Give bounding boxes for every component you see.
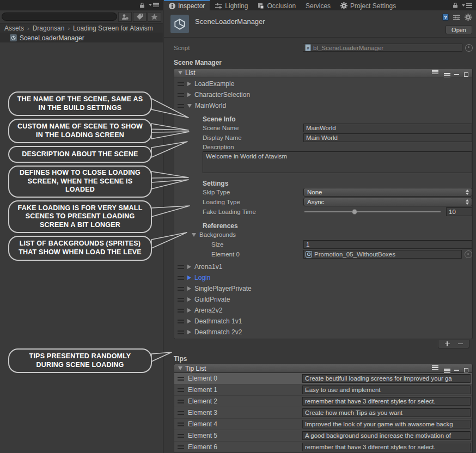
foldout-collapsed-icon[interactable] xyxy=(187,297,191,302)
tip-text-input[interactable]: Create how much Tips as you want xyxy=(302,408,471,417)
drag-handle-icon[interactable] xyxy=(178,445,184,449)
drag-handle-icon[interactable] xyxy=(178,423,184,426)
foldout-collapsed-icon[interactable] xyxy=(187,319,191,323)
object-picker-icon[interactable] xyxy=(465,44,473,52)
fake-loading-slider[interactable] xyxy=(303,207,442,216)
foldout-collapsed-icon[interactable] xyxy=(187,286,191,291)
drag-handle-icon[interactable] xyxy=(178,320,184,323)
list-maximize-icon[interactable] xyxy=(464,72,468,77)
drag-handle-icon[interactable] xyxy=(178,400,184,403)
tip-row-6[interactable]: Element 6 remember that have 3 diferent … xyxy=(174,442,472,452)
foldout-collapsed-icon[interactable] xyxy=(187,330,191,334)
scene-item-guildprivate[interactable]: GuildPrivate xyxy=(174,294,472,305)
scene-item-singleplayerprivate[interactable]: SinglePlayerPrivate xyxy=(174,283,472,294)
scene-item-arena1v1[interactable]: Arena1v1 xyxy=(174,261,472,272)
scene-item-login[interactable]: Login xyxy=(174,272,472,283)
backgrounds-foldout-row[interactable]: Backgrounds xyxy=(192,230,472,240)
skip-type-dropdown[interactable]: None xyxy=(303,188,472,197)
foldout-collapsed-icon[interactable] xyxy=(187,276,191,280)
foldout-expanded-icon[interactable] xyxy=(178,366,182,370)
object-picker-icon[interactable] xyxy=(465,250,472,258)
list-minimize-icon[interactable] xyxy=(454,74,459,75)
remove-element-button[interactable] xyxy=(458,344,463,345)
drag-handle-icon[interactable] xyxy=(178,298,184,302)
size-input[interactable]: 1 xyxy=(303,240,472,249)
tab-lighting[interactable]: Lighting xyxy=(210,0,253,10)
drag-handle-icon[interactable] xyxy=(178,309,184,313)
gear-menu-icon[interactable] xyxy=(465,14,472,21)
tab-project-settings[interactable]: Project Settings xyxy=(335,0,401,10)
script-object-field[interactable]: # bl_SceneLoaderManager xyxy=(303,44,462,52)
list-menu-icon[interactable] xyxy=(432,70,438,74)
scene-item-mainworld[interactable]: MainWorld xyxy=(174,100,472,111)
drag-handle-icon[interactable] xyxy=(178,276,184,280)
drag-handle-icon[interactable] xyxy=(178,265,184,269)
breadcrumb-assets[interactable]: Assets xyxy=(4,25,24,32)
list-menu2-icon[interactable] xyxy=(444,369,450,373)
tip-row-5[interactable]: Element 5 A good background sound increa… xyxy=(174,430,472,442)
panel-menu-icon[interactable] xyxy=(462,3,472,8)
search-input[interactable] xyxy=(2,13,117,21)
drag-handle-icon[interactable] xyxy=(178,388,184,392)
favorites-button[interactable] xyxy=(148,12,161,22)
drag-handle-icon[interactable] xyxy=(178,287,184,291)
element0-object-field[interactable]: Promotion_05_WithoutBoxes xyxy=(303,250,462,259)
foldout-collapsed-icon[interactable] xyxy=(187,265,191,269)
foldout-expanded-icon[interactable] xyxy=(187,104,192,108)
foldout-collapsed-icon[interactable] xyxy=(187,308,191,313)
tip-row-3[interactable]: Element 3 Create how much Tips as you wa… xyxy=(174,407,472,419)
foldout-collapsed-icon[interactable] xyxy=(187,82,191,86)
foldout-collapsed-icon[interactable] xyxy=(187,93,191,97)
list-maximize-icon[interactable] xyxy=(464,368,468,372)
help-book-icon[interactable]: ? xyxy=(442,14,449,21)
tip-list-header[interactable]: Tip List xyxy=(174,364,473,373)
list-menu2-icon[interactable] xyxy=(444,73,450,77)
tip-row-0[interactable]: Element 0 Create beutifull loading scree… xyxy=(174,373,472,384)
loading-type-dropdown[interactable]: Async xyxy=(303,198,472,206)
scene-item-characterselection[interactable]: CharacterSelection xyxy=(174,89,472,100)
panel-menu-icon[interactable] xyxy=(149,3,159,7)
list-menu-icon[interactable] xyxy=(432,365,438,370)
search-by-type-button[interactable] xyxy=(118,12,132,22)
tip-text-input[interactable]: remember that have 3 diferent styles for… xyxy=(302,397,471,406)
scene-item-arena2v2[interactable]: Arena2v2 xyxy=(174,305,472,316)
slider-knob[interactable] xyxy=(352,209,357,215)
asset-row-sceneloadermanager[interactable]: SceneLoaderManager xyxy=(0,33,163,42)
tip-text-input[interactable]: remember that have 3 diferent styles for… xyxy=(302,443,471,451)
drag-handle-icon[interactable] xyxy=(178,104,184,108)
drag-handle-icon[interactable] xyxy=(178,330,184,334)
tip-row-2[interactable]: Element 2 remember that have 3 diferent … xyxy=(174,396,472,407)
tip-row-4[interactable]: Element 4 Improved the look of your game… xyxy=(174,419,472,430)
tab-services[interactable]: Services xyxy=(301,0,335,10)
tip-row-1[interactable]: Element 1 Easy to use and implement xyxy=(174,384,472,396)
foldout-expanded-icon[interactable] xyxy=(178,71,182,75)
open-button[interactable]: Open xyxy=(446,25,472,34)
search-by-label-button[interactable] xyxy=(133,12,147,22)
scene-list-header[interactable]: List xyxy=(174,68,473,77)
drag-handle-icon[interactable] xyxy=(178,377,184,381)
presets-icon[interactable] xyxy=(453,14,460,21)
tab-occlusion[interactable]: Occlusion xyxy=(253,0,301,10)
lock-icon[interactable] xyxy=(139,2,145,8)
scene-item-deathmatch1v1[interactable]: Deathmatch 1v1 xyxy=(174,316,472,327)
add-element-button[interactable] xyxy=(445,341,450,346)
display-name-input[interactable]: Main World xyxy=(303,133,472,142)
fake-loading-time-input[interactable]: 10 xyxy=(446,207,472,216)
foldout-expanded-icon[interactable] xyxy=(192,233,196,237)
drag-handle-icon[interactable] xyxy=(178,411,184,415)
tip-text-input[interactable]: Create beutifull loading screens for imp… xyxy=(302,374,471,383)
description-textarea[interactable]: Welcome in World of Atavism xyxy=(203,151,472,173)
breadcrumb-dragonsan[interactable]: Dragonsan xyxy=(33,25,65,32)
lock-icon[interactable] xyxy=(453,2,458,8)
scene-item-loadexample[interactable]: LoadExample xyxy=(174,78,472,89)
tip-text-input[interactable]: Easy to use and implement xyxy=(302,385,471,394)
tip-text-input[interactable]: Improved the look of your game with awas… xyxy=(302,420,471,428)
scene-name-input[interactable]: MainWorld xyxy=(303,124,472,132)
drag-handle-icon[interactable] xyxy=(178,434,184,438)
tip-text-input[interactable]: A good background sound increase the mot… xyxy=(302,431,471,440)
drag-handle-icon[interactable] xyxy=(178,82,184,86)
drag-handle-icon[interactable] xyxy=(178,93,184,97)
breadcrumb-folder[interactable]: Loading Screen for Atavism xyxy=(73,25,153,32)
scene-item-deathmatch2v2[interactable]: Deathmatch 2v2 xyxy=(174,327,472,338)
tab-inspector[interactable]: Inspector xyxy=(164,0,210,10)
